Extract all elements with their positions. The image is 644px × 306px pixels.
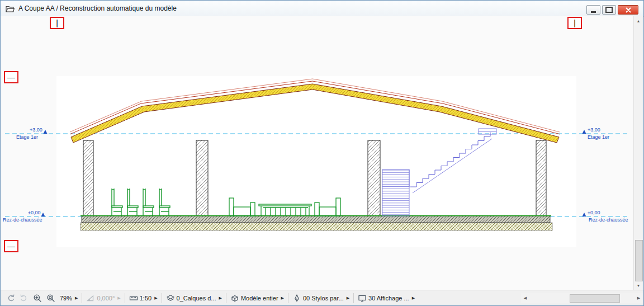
scroll-right-button[interactable]: ▶: [634, 293, 643, 303]
app-window: A Coupe AA / Reconstruction automatique …: [0, 0, 644, 306]
layers-value: 0_Calques d...: [177, 295, 216, 302]
minimize-button[interactable]: [586, 5, 600, 15]
statusbar-separator: [82, 293, 82, 303]
pen-dropdown-icon: ▶: [347, 296, 349, 300]
scroll-left-button[interactable]: ◀: [521, 293, 529, 303]
zoom-dropdown-icon: ▶: [75, 296, 78, 300]
maximize-icon: [605, 7, 613, 13]
next-view-icon: [20, 294, 29, 303]
zoom-fit-button[interactable]: [44, 292, 58, 304]
pen-set-value: 00 Stylos par...: [303, 295, 344, 302]
layers-icon: [166, 294, 175, 303]
zoom-in-icon: [33, 294, 42, 303]
horizontal-scroll-thumb[interactable]: [570, 294, 620, 303]
layers-dropdown-icon: ▶: [219, 296, 222, 300]
previous-view-button[interactable]: [4, 292, 17, 304]
orientation-dropdown-icon: ▶: [117, 296, 120, 300]
scroll-up-button[interactable]: ▲: [634, 16, 643, 25]
model-cube-icon: [230, 294, 239, 303]
vertical-scrollbar[interactable]: ▲ ▼: [633, 16, 643, 290]
statusbar-separator: [226, 293, 226, 303]
zoom-fit-icon: [46, 294, 55, 303]
layers-combo[interactable]: 0_Calques d... ▶: [164, 292, 224, 304]
scroll-down-button[interactable]: ▼: [634, 281, 643, 290]
title-bar[interactable]: A Coupe AA / Reconstruction automatique …: [1, 1, 643, 17]
wall-interior-2[interactable]: [368, 140, 380, 216]
previous-view-icon: [6, 294, 15, 303]
scroll-down-icon: ▼: [637, 284, 641, 288]
scale-value: 1:50: [140, 295, 151, 302]
next-view-button[interactable]: [17, 292, 31, 304]
section-handle-vertical-glyph: |: [56, 19, 58, 27]
window-title: A Coupe AA / Reconstruction automatique …: [18, 4, 177, 12]
scale-ruler-icon: [129, 294, 138, 303]
level-lower-value-left: ±0,00: [28, 210, 40, 215]
zoom-level-combo[interactable]: 79% ▶: [58, 292, 80, 304]
model-filter-combo[interactable]: Modèle entier ▶: [228, 292, 286, 304]
ground-hatch: [80, 223, 552, 230]
section-handle-left-upper[interactable]: —: [4, 71, 18, 83]
scale-combo[interactable]: 1:50 ▶: [127, 292, 160, 304]
pen-icon: [292, 294, 301, 303]
level-upper-name-left: Etage 1er: [16, 134, 38, 140]
maximize-button[interactable]: [602, 5, 616, 15]
orientation-combo[interactable]: 0,000° ▶: [84, 292, 122, 304]
pen-set-combo[interactable]: 00 Stylos par... ▶: [290, 292, 352, 304]
wall-exterior-left[interactable]: [83, 140, 93, 216]
statusbar-separator: [125, 293, 125, 303]
floor-slab[interactable]: [80, 216, 552, 231]
section-handle-vertical-glyph: |: [574, 19, 576, 27]
zoom-level-value: 79%: [60, 295, 72, 302]
close-icon: [626, 7, 631, 13]
wall-exterior-right[interactable]: [536, 140, 546, 216]
minimize-icon: [591, 11, 596, 13]
section-handle-left-lower[interactable]: —: [4, 240, 18, 252]
statusbar-separator: [288, 293, 288, 303]
scale-dropdown-icon: ▶: [154, 296, 157, 300]
level-lower-name-left: Rez-de-chaussée: [3, 217, 42, 223]
model-dropdown-icon: ▶: [281, 296, 284, 300]
level-upper-value-left: +3,00: [30, 127, 42, 133]
wall-interior-1[interactable]: [196, 140, 208, 216]
display-options-value: 30 Affichage ...: [368, 295, 409, 302]
section-handle-top-right[interactable]: |: [567, 17, 582, 29]
horizontal-scroll-track[interactable]: [529, 293, 634, 303]
statusbar-separator: [353, 293, 354, 303]
scroll-up-icon: ▲: [637, 19, 641, 23]
orientation-icon: [86, 294, 95, 303]
section-handle-horizontal-glyph: —: [7, 73, 15, 81]
display-options-combo[interactable]: 30 Affichage ... ▶: [356, 292, 417, 304]
section-window-icon: [6, 5, 15, 12]
close-button[interactable]: [618, 5, 638, 15]
display-options-icon: [358, 294, 367, 303]
level-upper-value-right: +3,00: [588, 127, 600, 133]
display-dropdown-icon: ▶: [412, 296, 415, 300]
horizontal-scrollbar[interactable]: ◀ ▶: [521, 293, 643, 303]
section-handle-top-left[interactable]: |: [50, 17, 64, 29]
vertical-scroll-thumb[interactable]: [635, 240, 643, 281]
status-bar: 79% ▶ 0,000° ▶ 1:50 ▶: [1, 290, 643, 305]
level-lower-name-right: Rez-de-chaussée: [589, 217, 628, 223]
section-drawing: +3,00 Etage 1er +3,00 Etage 1er ±0,00 Re…: [1, 16, 633, 290]
section-handle-horizontal-glyph: —: [7, 242, 15, 250]
level-upper-name-right: Etage 1er: [588, 134, 609, 140]
statusbar-separator: [162, 293, 162, 303]
scroll-right-icon: ▶: [637, 296, 640, 300]
level-lower-value-right: ±0,00: [588, 210, 600, 215]
model-filter-value: Modèle entier: [241, 295, 278, 302]
orientation-value: 0,000°: [97, 295, 115, 302]
scroll-left-icon: ◀: [524, 296, 527, 300]
drawing-canvas[interactable]: +3,00 Etage 1er +3,00 Etage 1er ±0,00 Re…: [1, 16, 633, 290]
zoom-in-button[interactable]: [31, 292, 44, 304]
